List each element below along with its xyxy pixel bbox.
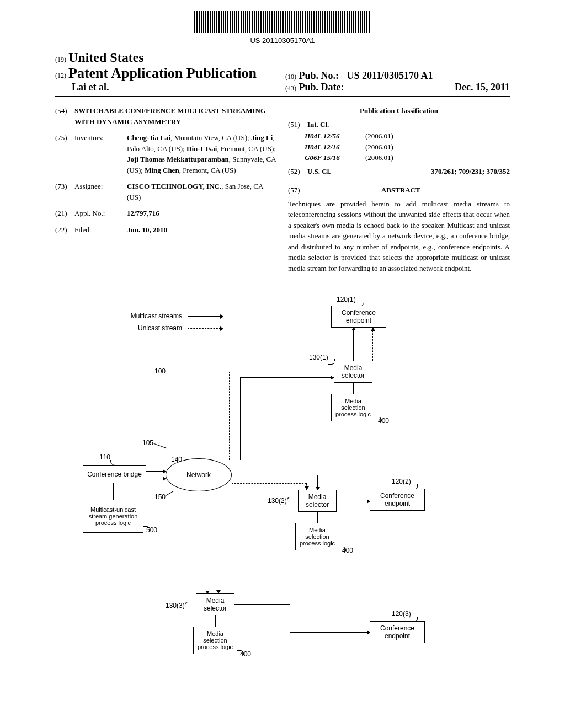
media-selection-logic-1: Media selection process logic <box>331 394 375 421</box>
conference-endpoint-2: Conference endpoint <box>370 489 425 511</box>
network-cloud: Network <box>166 458 232 491</box>
doc-type-code: (12) <box>55 72 66 79</box>
legend: Multicast streams Unicast stream <box>116 312 221 336</box>
dashed-arrow-icon <box>188 328 221 329</box>
appl-code: (21) <box>55 208 74 219</box>
patent-title: SWITCHABLE CONFERENCE MULTICAST STREAMIN… <box>74 105 277 127</box>
class-code-2: G06F 15/16 <box>305 152 365 163</box>
title-code: (54) <box>55 105 74 127</box>
pub-no: US 2011/0305170 A1 <box>347 70 433 81</box>
inventors-code: (75) <box>55 132 74 175</box>
legend-unicast-label: Unicast stream <box>116 324 182 332</box>
ref-120-3: 120(3) <box>392 610 411 618</box>
filed-date: Jun. 10, 2010 <box>127 224 277 235</box>
pub-date: Dec. 15, 2011 <box>455 82 510 93</box>
header-left: (19) United States (12) Patent Applicati… <box>55 50 280 93</box>
class-year-1: (2006.01) <box>365 142 393 153</box>
country-code: (19) <box>55 56 66 63</box>
patent-diagram: Multicast streams Unicast stream 100 105… <box>55 296 510 693</box>
ref-110: 110 <box>99 453 110 461</box>
us-cl-label: U.S. Cl. <box>307 166 338 177</box>
ref-100: 100 <box>154 367 166 375</box>
inventors-label: Inventors: <box>74 132 127 175</box>
filed-code: (22) <box>55 224 74 235</box>
int-cl-table: H04L 12/56(2006.01) H04L 12/16(2006.01) … <box>305 131 510 163</box>
pub-no-label: Pub. No.: <box>299 70 339 81</box>
barcode-section: US 20110305170A1 <box>55 11 510 45</box>
media-selector-3: Media selector <box>196 593 234 615</box>
ref-150: 150 <box>154 493 166 501</box>
int-cl-code: (51) <box>288 119 307 130</box>
pub-no-code: (10) <box>285 73 296 81</box>
ref-105: 105 <box>142 439 153 447</box>
media-selector-2: Media selector <box>298 490 337 512</box>
us-cl-code: (52) <box>288 166 307 177</box>
abstract-label: ABSTRACT <box>309 185 492 196</box>
appl-label: Appl. No.: <box>74 208 127 219</box>
pub-date-label: Pub. Date: <box>299 82 344 93</box>
media-selector-1: Media selector <box>334 361 372 383</box>
ref-130-2: 130(2) <box>268 497 287 505</box>
country: United States <box>68 50 144 65</box>
abstract-text: Techniques are provided herein to add mu… <box>288 199 510 274</box>
solid-arrow-icon <box>188 316 221 317</box>
conference-endpoint-3: Conference endpoint <box>370 621 425 643</box>
multicast-unicast-box: Multicast-unicast stream generation proc… <box>83 500 143 533</box>
classification-title: Publication Classification <box>288 105 510 116</box>
pub-date-code: (43) <box>285 84 296 92</box>
filed-label: Filed: <box>74 224 127 235</box>
media-selection-logic-2: Media selection process logic <box>295 523 339 550</box>
inventors: Cheng-Jia Lai, Mountain View, CA (US); J… <box>127 132 277 175</box>
class-year-0: (2006.01) <box>365 131 393 142</box>
appl-no: 12/797,716 <box>127 208 277 219</box>
right-column: Publication Classification (51) Int. Cl.… <box>288 105 510 274</box>
header-row: (19) United States (12) Patent Applicati… <box>55 50 510 97</box>
barcode-number: US 20110305170A1 <box>55 36 510 45</box>
authors-header: Lai et al. <box>55 82 280 93</box>
ref-130-1: 130(1) <box>309 354 328 361</box>
ref-120-2: 120(2) <box>392 478 411 485</box>
abstract-code: (57) <box>288 185 307 196</box>
class-code-0: H04L 12/56 <box>305 131 365 142</box>
int-cl-label: Int. Cl. <box>307 119 329 130</box>
biblio-section: (54) SWITCHABLE CONFERENCE MULTICAST STR… <box>55 105 510 274</box>
assignee-label: Assignee: <box>74 181 127 202</box>
ref-130-3: 130(3) <box>166 602 185 609</box>
assignee-code: (73) <box>55 181 74 202</box>
us-cl-value: 370/261; 709/231; 370/352 <box>431 166 510 177</box>
left-column: (54) SWITCHABLE CONFERENCE MULTICAST STR… <box>55 105 277 274</box>
conference-endpoint-1: Conference endpoint <box>331 306 386 328</box>
header-right: (10) Pub. No.: US 2011/0305170 A1 (43) P… <box>280 70 510 93</box>
class-code-1: H04L 12/16 <box>305 142 365 153</box>
media-selection-logic-3: Media selection process logic <box>193 627 237 654</box>
assignee: CISCO TECHNOLOGY, INC., San Jose, CA (US… <box>127 181 277 202</box>
ref-120-1: 120(1) <box>337 296 356 303</box>
barcode-graphic <box>194 11 371 33</box>
class-year-2: (2006.01) <box>365 152 393 163</box>
doc-type: Patent Application Publication <box>68 65 257 81</box>
legend-multicast-label: Multicast streams <box>116 312 182 320</box>
conference-bridge-box: Conference bridge <box>83 465 146 483</box>
